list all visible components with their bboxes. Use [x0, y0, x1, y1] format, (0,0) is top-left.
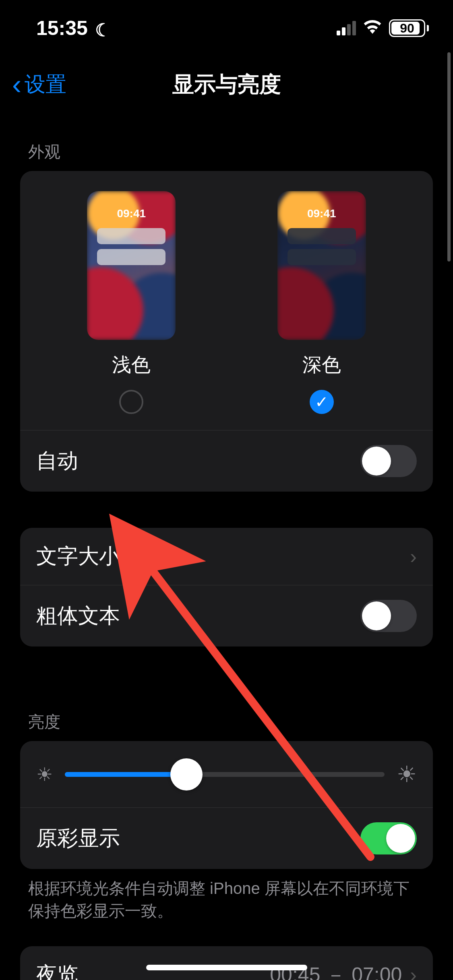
group-text: 文字大小 › 粗体文本 [20, 528, 433, 646]
text-size-label: 文字大小 [36, 542, 120, 570]
group-brightness: ☀︎ ☀︎ 原彩显示 [20, 741, 433, 869]
wifi-icon [363, 19, 382, 38]
group-night-shift: 夜览 00:45 － 07:00 › [20, 946, 433, 980]
true-tone-label: 原彩显示 [36, 824, 120, 852]
preview-time-dark: 09:41 [307, 207, 336, 220]
chevron-right-icon: › [410, 963, 417, 980]
true-tone-footer: 根据环境光条件自动调整 iPhone 屏幕以在不同环境下保持色彩显示一致。 [20, 869, 433, 922]
bold-text-label: 粗体文本 [36, 602, 120, 630]
page-title: 显示与亮度 [0, 70, 453, 99]
auto-appearance-label: 自动 [36, 447, 78, 475]
moon-icon: ☾ [95, 20, 111, 40]
brightness-slider[interactable] [65, 772, 385, 777]
appearance-option-light[interactable]: 09:41 浅色 [55, 191, 207, 414]
sun-large-icon: ☀︎ [397, 761, 417, 787]
battery-icon: 90 [389, 19, 429, 37]
nav-bar: ‹ 设置 显示与亮度 [0, 56, 453, 113]
status-left: 15:35 ☾ [36, 16, 111, 40]
radio-light[interactable] [119, 390, 143, 414]
radio-dark[interactable]: ✓ [310, 390, 334, 414]
status-time: 15:35 [36, 16, 88, 40]
section-header-appearance: 外观 [20, 113, 433, 171]
cell-night-shift[interactable]: 夜览 00:45 － 07:00 › [20, 946, 433, 980]
group-appearance: 09:41 浅色 09:41 深色 [20, 171, 433, 492]
chevron-right-icon: › [410, 545, 417, 568]
cellular-signal-icon [337, 21, 356, 35]
night-shift-label: 夜览 [36, 961, 78, 980]
content: 外观 09:41 浅色 09:41 [0, 113, 453, 980]
appearance-option-dark[interactable]: 09:41 深色 ✓ [246, 191, 398, 414]
scroll-indicator[interactable] [447, 52, 451, 261]
cell-bold-text[interactable]: 粗体文本 [20, 585, 433, 646]
home-indicator[interactable] [146, 965, 307, 970]
cell-auto-appearance[interactable]: 自动 [20, 430, 433, 492]
switch-bold-text[interactable] [360, 600, 417, 632]
cell-true-tone[interactable]: 原彩显示 [20, 807, 433, 869]
battery-percent: 90 [390, 21, 424, 36]
cell-brightness-slider: ☀︎ ☀︎ [20, 741, 433, 807]
status-right: 90 [337, 19, 429, 38]
night-shift-schedule: 00:45 － 07:00 [270, 961, 402, 980]
preview-dark: 09:41 [277, 191, 366, 340]
preview-time-light: 09:41 [117, 207, 146, 220]
sun-small-icon: ☀︎ [36, 764, 53, 785]
appearance-row: 09:41 浅色 09:41 深色 [20, 171, 433, 430]
appearance-label-light: 浅色 [112, 352, 151, 378]
switch-auto-appearance[interactable] [360, 445, 417, 477]
preview-light: 09:41 [87, 191, 176, 340]
cell-text-size[interactable]: 文字大小 › [20, 528, 433, 585]
status-bar: 15:35 ☾ 90 [0, 0, 453, 56]
appearance-label-dark: 深色 [302, 352, 341, 378]
switch-true-tone[interactable] [360, 822, 417, 854]
section-header-brightness: 亮度 [20, 683, 433, 741]
